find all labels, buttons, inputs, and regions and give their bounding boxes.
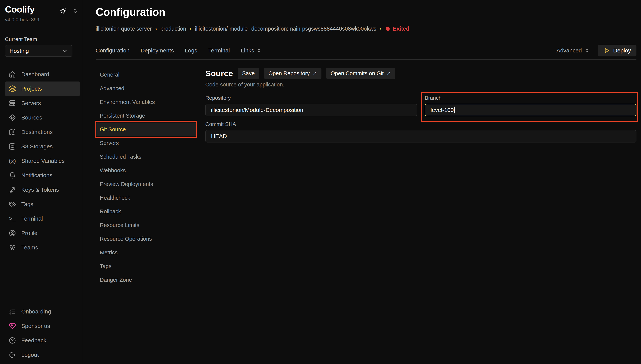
tab-configuration[interactable]: Configuration bbox=[96, 47, 130, 54]
section-title: Source bbox=[205, 69, 233, 78]
subnav-item-tags[interactable]: Tags bbox=[96, 259, 196, 273]
deploy-button[interactable]: Deploy bbox=[598, 45, 636, 56]
sidebar-item-label: Destinations bbox=[21, 129, 53, 135]
sidebar-item-notifications[interactable]: Notifications bbox=[5, 168, 80, 182]
sidebar-item-label: Dashboard bbox=[21, 71, 49, 78]
sidebar-item-label: Tags bbox=[21, 201, 33, 208]
sidebar-item-label: Sponsor us bbox=[21, 323, 50, 329]
sidebar-item-shared-variables[interactable]: (x) Shared Variables bbox=[5, 154, 80, 168]
save-button[interactable]: Save bbox=[238, 68, 259, 79]
status-dot-icon bbox=[385, 26, 390, 31]
sidebar-item-keys-tokens[interactable]: Keys & Tokens bbox=[5, 182, 80, 197]
home-icon bbox=[9, 71, 16, 78]
subnav-item-environment-variables[interactable]: Environment Variables bbox=[96, 95, 196, 109]
sidebar-item-sources[interactable]: Sources bbox=[5, 110, 80, 125]
sidebar-item-label: Projects bbox=[21, 86, 42, 92]
sidebar-item-label: Feedback bbox=[21, 337, 46, 344]
sidebar-item-profile[interactable]: Profile bbox=[5, 226, 80, 240]
key-icon bbox=[9, 186, 16, 194]
subnav-item-advanced[interactable]: Advanced bbox=[96, 82, 196, 95]
tab-logs[interactable]: Logs bbox=[185, 47, 197, 54]
users-icon bbox=[9, 244, 16, 251]
commit-sha-field-group: Commit SHA HEAD bbox=[205, 121, 636, 142]
heart-icon bbox=[9, 322, 16, 330]
team-select-value: Hosting bbox=[10, 48, 29, 54]
branch-input[interactable]: level-100 bbox=[425, 104, 636, 116]
help-icon bbox=[9, 337, 16, 344]
theme-toggle-sun-icon[interactable] bbox=[59, 7, 67, 15]
sidebar-item-servers[interactable]: Servers bbox=[5, 96, 80, 110]
commit-sha-input[interactable]: HEAD bbox=[205, 130, 636, 142]
sidebar-item-label: Onboarding bbox=[21, 308, 51, 315]
section-subtitle: Code source of your application. bbox=[205, 82, 636, 88]
tags-icon bbox=[9, 200, 16, 208]
server-icon bbox=[9, 100, 16, 107]
chevron-down-icon bbox=[62, 48, 68, 54]
sidebar-item-s3-storages[interactable]: S3 Storages bbox=[5, 139, 80, 154]
subnav-item-resource-operations[interactable]: Resource Operations bbox=[96, 232, 196, 246]
breadcrumb-project[interactable]: illicitonion quote server bbox=[96, 26, 152, 32]
sidebar-item-projects[interactable]: Projects bbox=[5, 82, 80, 96]
sidebar-item-label: Terminal bbox=[21, 216, 43, 222]
sidebar-item-tags[interactable]: Tags bbox=[5, 197, 80, 212]
subnav-item-preview-deployments[interactable]: Preview Deployments bbox=[96, 177, 196, 191]
tab-links[interactable]: Links bbox=[241, 47, 262, 54]
sidebar-item-dashboard[interactable]: Dashboard bbox=[5, 67, 80, 82]
chevron-updown-icon bbox=[256, 48, 262, 53]
git-source-icon bbox=[9, 114, 16, 121]
current-team-label: Current Team bbox=[5, 36, 83, 42]
status-badge: Exited bbox=[385, 26, 409, 32]
status-label: Exited bbox=[393, 26, 409, 32]
subnav-item-metrics[interactable]: Metrics bbox=[96, 246, 196, 259]
chevron-updown-icon bbox=[584, 48, 589, 53]
subnav-item-git-source[interactable]: Git Source bbox=[96, 122, 196, 136]
subnav-item-resource-limits[interactable]: Resource Limits bbox=[96, 218, 196, 232]
subnav-item-healthcheck[interactable]: Healthcheck bbox=[96, 191, 196, 204]
sidebar-item-label: Servers bbox=[21, 100, 41, 106]
subnav-item-servers[interactable]: Servers bbox=[96, 136, 196, 150]
repository-input[interactable]: illicitestonion/Module-Decomposition bbox=[205, 104, 417, 116]
logout-icon bbox=[9, 351, 16, 358]
breadcrumb-separator-icon: › bbox=[190, 26, 191, 32]
sidebar-collapse-icon[interactable] bbox=[72, 8, 79, 14]
git-source-form: Source Save Open Repository ↗ Open Commi… bbox=[205, 68, 636, 287]
tab-deployments[interactable]: Deployments bbox=[141, 47, 174, 54]
checklist-icon bbox=[9, 308, 16, 315]
database-icon bbox=[9, 143, 16, 150]
open-repository-button[interactable]: Open Repository ↗ bbox=[264, 68, 321, 79]
repository-label: Repository bbox=[205, 95, 417, 101]
sidebar: Coolify v4.0.0-beta.399 Current Team Hos… bbox=[0, 0, 83, 364]
subnav-item-scheduled-tasks[interactable]: Scheduled Tasks bbox=[96, 150, 196, 164]
sidebar-nav: Dashboard Projects Servers Sources Desti… bbox=[5, 67, 83, 255]
user-circle-icon bbox=[9, 230, 16, 237]
sidebar-item-feedback[interactable]: Feedback bbox=[5, 333, 77, 348]
sidebar-item-destinations[interactable]: Destinations bbox=[5, 125, 80, 139]
subnav-item-webhooks[interactable]: Webhooks bbox=[96, 164, 196, 177]
sidebar-item-label: Shared Variables bbox=[21, 158, 65, 164]
commit-sha-label: Commit SHA bbox=[205, 121, 636, 127]
breadcrumb-environment[interactable]: production bbox=[161, 26, 186, 32]
sidebar-item-label: Logout bbox=[21, 352, 39, 358]
breadcrumb-separator-icon: › bbox=[155, 26, 157, 32]
subnav-item-danger-zone[interactable]: Danger Zone bbox=[96, 273, 196, 287]
map-icon bbox=[9, 128, 16, 136]
tab-bar: Configuration Deployments Logs Terminal … bbox=[96, 44, 636, 56]
subnav-item-persistent-storage[interactable]: Persistent Storage bbox=[96, 109, 196, 122]
subnav-item-general[interactable]: General bbox=[96, 68, 196, 82]
variable-icon: (x) bbox=[9, 157, 16, 164]
subnav-item-rollback[interactable]: Rollback bbox=[96, 204, 196, 218]
sidebar-item-teams[interactable]: Teams bbox=[5, 240, 80, 255]
sidebar-item-onboarding[interactable]: Onboarding bbox=[5, 304, 77, 319]
breadcrumb-application[interactable]: illicitestonion/-module--decomposition:m… bbox=[195, 26, 376, 32]
branch-label: Branch bbox=[425, 95, 636, 101]
tabbar-divider bbox=[96, 59, 636, 60]
sidebar-item-logout[interactable]: Logout bbox=[5, 348, 77, 362]
team-select[interactable]: Hosting bbox=[5, 45, 73, 57]
sidebar-item-terminal[interactable]: >_ Terminal bbox=[5, 212, 80, 226]
sidebar-item-sponsor-us[interactable]: Sponsor us bbox=[5, 319, 77, 333]
advanced-menu[interactable]: Advanced bbox=[556, 47, 589, 54]
layers-icon bbox=[9, 85, 16, 92]
app-version: v4.0.0-beta.399 bbox=[5, 17, 83, 22]
tab-terminal[interactable]: Terminal bbox=[208, 47, 230, 54]
open-commits-button[interactable]: Open Commits on Git ↗ bbox=[326, 68, 395, 79]
